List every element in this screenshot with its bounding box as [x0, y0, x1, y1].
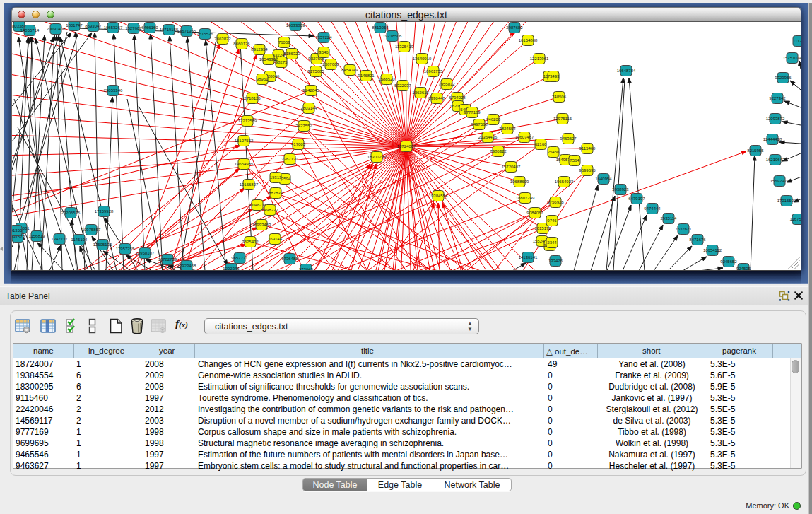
svg-text:9227342: 9227342 — [769, 96, 786, 100]
svg-text:973645: 973645 — [299, 267, 314, 271]
svg-text:7564: 7564 — [570, 158, 579, 163]
svg-text:19166827: 19166827 — [240, 182, 259, 187]
svg-text:169144: 169144 — [268, 237, 283, 241]
svg-text:19313: 19313 — [270, 175, 282, 180]
svg-text:25456: 25456 — [548, 150, 560, 154]
svg-text:9084067: 9084067 — [526, 211, 543, 215]
svg-text:10958107: 10958107 — [136, 251, 155, 255]
svg-text:748506: 748506 — [552, 95, 567, 99]
svg-text:10975857: 10975857 — [82, 228, 101, 232]
svg-text:16210643: 16210643 — [766, 158, 785, 162]
svg-text:924505: 924505 — [736, 267, 751, 271]
svg-text:18807249: 18807249 — [516, 196, 535, 200]
svg-text:16154808: 16154808 — [519, 38, 538, 42]
svg-text:10993463: 10993463 — [252, 223, 271, 227]
svg-text:5322037: 5322037 — [394, 83, 411, 88]
svg-text:1801747: 1801747 — [66, 23, 83, 28]
svg-text:9474444: 9474444 — [644, 206, 661, 211]
svg-text:7625402: 7625402 — [242, 240, 259, 244]
svg-text:12213589: 12213589 — [238, 119, 257, 123]
svg-text:1167533: 1167533 — [790, 217, 801, 221]
svg-text:1640954: 1640954 — [595, 177, 612, 181]
svg-text:15692971: 15692971 — [770, 179, 789, 183]
svg-text:6497568: 6497568 — [471, 122, 488, 127]
svg-text:6794028: 6794028 — [449, 95, 466, 100]
svg-text:12213961: 12213961 — [530, 57, 549, 61]
svg-text:3824554: 3824554 — [499, 127, 516, 131]
svg-text:7663822: 7663822 — [214, 37, 231, 41]
svg-text:10653267: 10653267 — [104, 25, 123, 30]
svg-text:73493: 73493 — [548, 74, 560, 78]
svg-text:1362615: 1362615 — [412, 90, 429, 95]
svg-text:11123: 11123 — [793, 39, 801, 43]
svg-text:9329966: 9329966 — [775, 76, 792, 80]
svg-text:20206576: 20206576 — [61, 211, 81, 215]
svg-text:2803144: 2803144 — [300, 106, 317, 110]
svg-text:19218506: 19218506 — [383, 34, 402, 38]
svg-text:2718126: 2718126 — [244, 96, 261, 100]
svg-text:3175685: 3175685 — [307, 69, 324, 74]
svg-text:12975115: 12975115 — [553, 117, 572, 121]
svg-text:1156819: 1156819 — [29, 234, 46, 238]
svg-text:10654112: 10654112 — [703, 248, 722, 252]
svg-text:8471676: 8471676 — [689, 238, 706, 242]
svg-text:76053: 76053 — [278, 40, 290, 45]
svg-text:9699695: 9699695 — [579, 168, 596, 173]
svg-text:14136141: 14136141 — [519, 255, 538, 259]
svg-text:6479197: 6479197 — [628, 197, 645, 201]
svg-text:1292346: 1292346 — [223, 267, 240, 271]
svg-text:16782759: 16782759 — [158, 257, 177, 262]
svg-text:9463627: 9463627 — [560, 136, 577, 141]
svg-text:5938923: 5938923 — [612, 187, 629, 192]
svg-text:18724007: 18724007 — [397, 144, 416, 148]
svg-text:1615172: 1615172 — [534, 226, 551, 230]
svg-text:7357224: 7357224 — [315, 35, 332, 40]
svg-text:2367608: 2367608 — [322, 62, 339, 66]
svg-text:7515526: 7515526 — [196, 32, 213, 36]
svg-text:417005: 417005 — [291, 142, 306, 146]
svg-text:15751074: 15751074 — [783, 56, 801, 60]
svg-text:62160: 62160 — [535, 142, 547, 146]
svg-text:12923468: 12923468 — [177, 264, 196, 268]
svg-text:19384554: 19384554 — [429, 194, 448, 198]
svg-text:9115460: 9115460 — [579, 146, 596, 151]
svg-text:8215955: 8215955 — [747, 148, 764, 153]
svg-text:2344: 2344 — [547, 240, 557, 245]
svg-text:8990448: 8990448 — [428, 96, 445, 100]
svg-text:1145194: 1145194 — [71, 238, 88, 242]
svg-text:7632621: 7632621 — [675, 227, 692, 231]
svg-text:8186323: 8186323 — [283, 52, 300, 56]
svg-text:7986322: 7986322 — [490, 149, 507, 153]
svg-text:12505135: 12505135 — [93, 243, 112, 247]
svg-text:18300295: 18300295 — [367, 155, 387, 159]
svg-text:16543362: 16543362 — [259, 57, 278, 62]
svg-text:10719155: 10719155 — [160, 28, 179, 32]
svg-text:6466160: 6466160 — [141, 25, 158, 30]
svg-text:16671355: 16671355 — [177, 29, 196, 33]
svg-text:17957255: 17957255 — [116, 247, 135, 251]
svg-text:8454749: 8454749 — [341, 68, 358, 72]
svg-text:16033809: 16033809 — [286, 23, 305, 28]
svg-text:3427552: 3427552 — [295, 124, 312, 128]
svg-text:133426: 133426 — [548, 259, 563, 263]
svg-text:9756928: 9756928 — [547, 200, 564, 204]
svg-text:14055714: 14055714 — [20, 28, 40, 33]
svg-text:19654923: 19654923 — [555, 180, 574, 184]
svg-text:8660126: 8660126 — [233, 42, 250, 46]
svg-text:91350: 91350 — [12, 228, 23, 233]
svg-text:7955812: 7955812 — [438, 82, 455, 86]
svg-text:15720407: 15720407 — [502, 165, 521, 169]
svg-text:2935114: 2935114 — [661, 216, 678, 221]
svg-text:13640910: 13640910 — [413, 57, 432, 61]
svg-text:17016504: 17016504 — [777, 199, 796, 203]
svg-text:8813054: 8813054 — [372, 25, 389, 30]
svg-text:17359928: 17359928 — [95, 209, 114, 214]
svg-text:20091406: 20091406 — [47, 27, 66, 31]
svg-text:16648784: 16648784 — [617, 69, 636, 73]
svg-text:12444418: 12444418 — [763, 137, 782, 141]
svg-text:746206: 746206 — [486, 117, 501, 122]
svg-text:98961: 98961 — [257, 77, 269, 81]
svg-text:9146821: 9146821 — [358, 74, 375, 78]
svg-text:12093872: 12093872 — [766, 117, 785, 121]
svg-text:9245652: 9245652 — [720, 259, 737, 264]
